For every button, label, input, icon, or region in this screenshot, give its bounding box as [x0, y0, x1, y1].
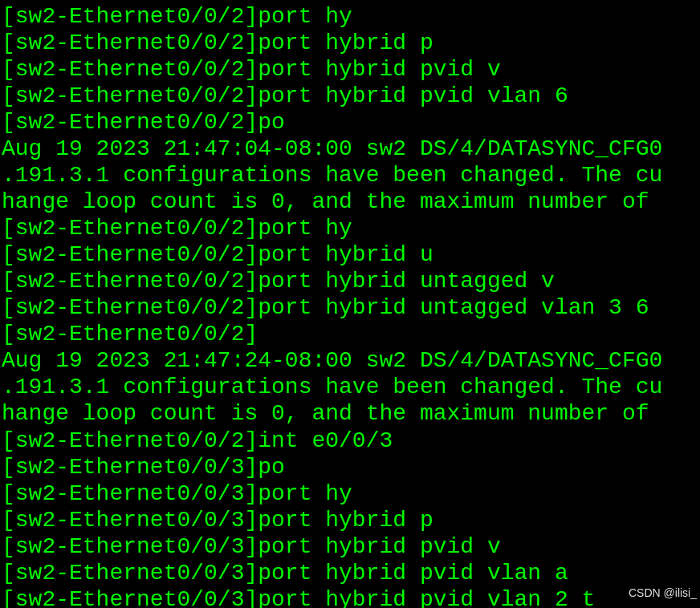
terminal-line: [sw2-Ethernet0/0/2]port hybrid untagged …: [2, 294, 698, 321]
terminal-line: hange loop count is 0, and the maximum n…: [2, 400, 698, 427]
terminal-line: [sw2-Ethernet0/0/3]port hybrid pvid v: [2, 533, 698, 560]
terminal-line: [sw2-Ethernet0/0/2]port hybrid pvid v: [2, 56, 698, 83]
terminal-line: [sw2-Ethernet0/0/2]port hybrid p: [2, 30, 698, 56]
terminal-line: [sw2-Ethernet0/0/3]port hybrid p: [2, 507, 698, 533]
terminal-line: [sw2-Ethernet0/0/2]port hy: [2, 215, 698, 241]
terminal-line: [sw2-Ethernet0/0/2]port hybrid pvid vlan…: [2, 83, 698, 109]
terminal-line: .191.3.1 configurations have been change…: [2, 374, 698, 400]
terminal-line: [sw2-Ethernet0/0/2]port hybrid u: [2, 241, 698, 268]
terminal-line: [sw2-Ethernet0/0/3]port hybrid pvid vlan…: [2, 586, 698, 608]
terminal-line: [sw2-Ethernet0/0/2]port hybrid untagged …: [2, 268, 698, 294]
terminal-output: [sw2-Ethernet0/0/2]port hy[sw2-Ethernet0…: [2, 3, 698, 608]
terminal-line: Aug 19 2023 21:47:24-08:00 sw2 DS/4/DATA…: [2, 347, 698, 374]
terminal-line: Aug 19 2023 21:47:04-08:00 sw2 DS/4/DATA…: [2, 136, 698, 162]
terminal-window: [sw2-Ethernet0/0/2]port hy[sw2-Ethernet0…: [0, 0, 700, 608]
terminal-line: [sw2-Ethernet0/0/2]po: [2, 109, 698, 136]
terminal-line: .191.3.1 configurations have been change…: [2, 162, 698, 188]
terminal-line: [sw2-Ethernet0/0/2]int e0/0/3: [2, 428, 698, 454]
terminal-line: [sw2-Ethernet0/0/3]po: [2, 454, 698, 480]
terminal-line: [sw2-Ethernet0/0/3]port hybrid pvid vlan…: [2, 560, 698, 586]
terminal-line: [sw2-Ethernet0/0/2]: [2, 321, 698, 347]
terminal-line: hange loop count is 0, and the maximum n…: [2, 188, 698, 215]
watermark: CSDN @ilisi_: [629, 586, 697, 600]
terminal-line: [sw2-Ethernet0/0/3]port hy: [2, 480, 698, 507]
terminal-line: [sw2-Ethernet0/0/2]port hy: [2, 3, 698, 30]
